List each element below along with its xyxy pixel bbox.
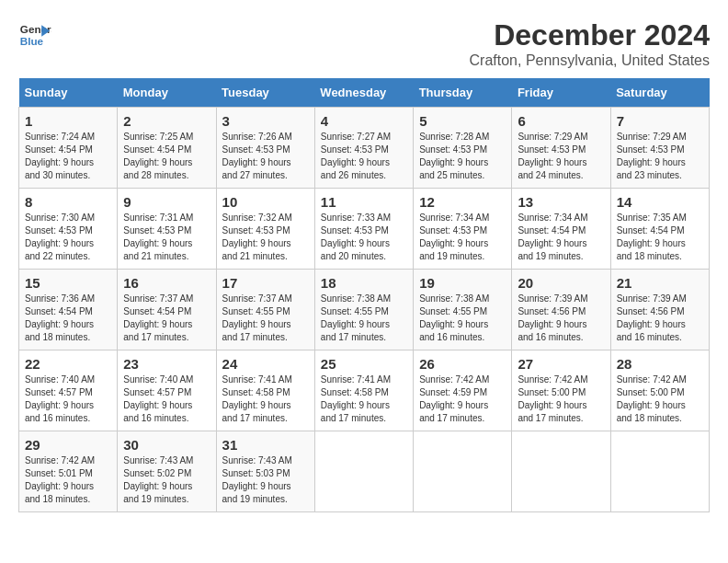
day-number: 13 [518,194,604,210]
calendar-cell: 7 Sunrise: 7:29 AMSunset: 4:53 PMDayligh… [610,108,709,189]
calendar-cell: 19 Sunrise: 7:38 AMSunset: 4:55 PMDaylig… [414,270,512,350]
day-number: 1 [25,113,111,129]
day-number: 4 [321,113,407,129]
day-info: Sunrise: 7:27 AMSunset: 4:53 PMDaylight:… [321,132,391,180]
calendar-cell: 8 Sunrise: 7:30 AMSunset: 4:53 PMDayligh… [19,189,118,270]
weekday-header-thursday: Thursday [414,78,512,108]
calendar-cell [314,431,413,512]
day-number: 15 [25,275,111,291]
calendar-cell: 14 Sunrise: 7:35 AMSunset: 4:54 PMDaylig… [610,189,709,270]
calendar-cell: 22 Sunrise: 7:40 AMSunset: 4:57 PMDaylig… [19,350,118,431]
day-info: Sunrise: 7:37 AMSunset: 4:55 PMDaylight:… [222,293,292,342]
day-info: Sunrise: 7:43 AMSunset: 5:03 PMDaylight:… [222,455,292,504]
day-info: Sunrise: 7:29 AMSunset: 4:53 PMDaylight:… [518,132,587,180]
calendar-cell: 9 Sunrise: 7:31 AMSunset: 4:53 PMDayligh… [118,189,216,270]
day-number: 25 [321,356,407,372]
calendar-cell: 15 Sunrise: 7:36 AMSunset: 4:54 PMDaylig… [19,270,118,350]
calendar-title: December 2024 [470,18,710,52]
header: General Blue December 2024 Crafton, Penn… [18,18,710,69]
day-number: 30 [123,437,210,453]
day-info: Sunrise: 7:38 AMSunset: 4:55 PMDaylight:… [321,293,391,342]
day-info: Sunrise: 7:24 AMSunset: 4:54 PMDaylight:… [25,132,95,180]
calendar-table: SundayMondayTuesdayWednesdayThursdayFrid… [18,78,710,512]
day-number: 17 [222,275,309,291]
day-number: 24 [222,356,309,372]
calendar-cell [414,431,512,512]
day-info: Sunrise: 7:32 AMSunset: 4:53 PMDaylight:… [222,213,292,261]
day-number: 31 [222,437,309,453]
calendar-cell [610,431,709,512]
day-info: Sunrise: 7:40 AMSunset: 4:57 PMDaylight:… [123,374,193,423]
day-info: Sunrise: 7:34 AMSunset: 4:53 PMDaylight:… [419,213,489,261]
day-number: 16 [123,275,210,291]
weekday-header-tuesday: Tuesday [216,78,314,108]
day-info: Sunrise: 7:28 AMSunset: 4:53 PMDaylight:… [419,132,489,180]
calendar-cell: 28 Sunrise: 7:42 AMSunset: 5:00 PMDaylig… [610,350,709,431]
calendar-cell: 21 Sunrise: 7:39 AMSunset: 4:56 PMDaylig… [610,270,709,350]
calendar-cell: 18 Sunrise: 7:38 AMSunset: 4:55 PMDaylig… [314,270,413,350]
day-info: Sunrise: 7:37 AMSunset: 4:54 PMDaylight:… [123,293,193,342]
calendar-cell: 17 Sunrise: 7:37 AMSunset: 4:55 PMDaylig… [216,270,314,350]
day-info: Sunrise: 7:30 AMSunset: 4:53 PMDaylight:… [25,213,95,261]
day-number: 10 [222,194,309,210]
calendar-cell: 11 Sunrise: 7:33 AMSunset: 4:53 PMDaylig… [314,189,413,270]
day-number: 28 [617,356,703,372]
calendar-cell: 1 Sunrise: 7:24 AMSunset: 4:54 PMDayligh… [19,108,118,189]
calendar-cell: 13 Sunrise: 7:34 AMSunset: 4:54 PMDaylig… [512,189,610,270]
weekday-header-monday: Monday [118,78,216,108]
day-info: Sunrise: 7:31 AMSunset: 4:53 PMDaylight:… [123,213,193,261]
day-number: 20 [518,275,604,291]
day-info: Sunrise: 7:33 AMSunset: 4:53 PMDaylight:… [321,213,391,261]
day-info: Sunrise: 7:39 AMSunset: 4:56 PMDaylight:… [617,293,687,342]
day-number: 29 [25,437,111,453]
day-info: Sunrise: 7:41 AMSunset: 4:58 PMDaylight:… [321,374,391,423]
calendar-cell: 24 Sunrise: 7:41 AMSunset: 4:58 PMDaylig… [216,350,314,431]
weekday-header-wednesday: Wednesday [314,78,413,108]
calendar-cell: 30 Sunrise: 7:43 AMSunset: 5:02 PMDaylig… [118,431,216,512]
day-number: 23 [123,356,210,372]
day-info: Sunrise: 7:42 AMSunset: 5:01 PMDaylight:… [25,455,95,504]
logo-icon: General Blue [18,18,51,52]
weekday-header-sunday: Sunday [19,78,118,108]
day-info: Sunrise: 7:36 AMSunset: 4:54 PMDaylight:… [25,293,95,342]
calendar-cell: 23 Sunrise: 7:40 AMSunset: 4:57 PMDaylig… [118,350,216,431]
day-number: 2 [123,113,210,129]
day-info: Sunrise: 7:39 AMSunset: 4:56 PMDaylight:… [518,293,587,342]
day-info: Sunrise: 7:25 AMSunset: 4:54 PMDaylight:… [123,132,193,180]
day-number: 7 [617,113,703,129]
calendar-cell: 3 Sunrise: 7:26 AMSunset: 4:53 PMDayligh… [216,108,314,189]
day-number: 9 [123,194,210,210]
weekday-header-saturday: Saturday [610,78,709,108]
calendar-cell: 27 Sunrise: 7:42 AMSunset: 5:00 PMDaylig… [512,350,610,431]
day-number: 19 [419,275,506,291]
day-number: 6 [518,113,604,129]
day-info: Sunrise: 7:40 AMSunset: 4:57 PMDaylight:… [25,374,95,423]
day-info: Sunrise: 7:41 AMSunset: 4:58 PMDaylight:… [222,374,292,423]
day-info: Sunrise: 7:42 AMSunset: 4:59 PMDaylight:… [419,374,489,423]
day-number: 14 [617,194,703,210]
calendar-cell: 2 Sunrise: 7:25 AMSunset: 4:54 PMDayligh… [118,108,216,189]
logo: General Blue [18,18,51,52]
calendar-cell: 16 Sunrise: 7:37 AMSunset: 4:54 PMDaylig… [118,270,216,350]
calendar-subtitle: Crafton, Pennsylvania, United States [470,52,710,69]
day-number: 5 [419,113,506,129]
day-number: 3 [222,113,309,129]
day-number: 8 [25,194,111,210]
day-info: Sunrise: 7:42 AMSunset: 5:00 PMDaylight:… [617,374,687,423]
day-info: Sunrise: 7:43 AMSunset: 5:02 PMDaylight:… [123,455,193,504]
calendar-cell [512,431,610,512]
calendar-cell: 25 Sunrise: 7:41 AMSunset: 4:58 PMDaylig… [314,350,413,431]
calendar-cell: 31 Sunrise: 7:43 AMSunset: 5:03 PMDaylig… [216,431,314,512]
svg-text:Blue: Blue [20,35,44,47]
calendar-cell: 29 Sunrise: 7:42 AMSunset: 5:01 PMDaylig… [19,431,118,512]
day-info: Sunrise: 7:38 AMSunset: 4:55 PMDaylight:… [419,293,489,342]
calendar-cell: 5 Sunrise: 7:28 AMSunset: 4:53 PMDayligh… [414,108,512,189]
calendar-cell: 12 Sunrise: 7:34 AMSunset: 4:53 PMDaylig… [414,189,512,270]
day-number: 22 [25,356,111,372]
day-number: 27 [518,356,604,372]
day-number: 26 [419,356,506,372]
calendar-cell: 26 Sunrise: 7:42 AMSunset: 4:59 PMDaylig… [414,350,512,431]
calendar-cell: 6 Sunrise: 7:29 AMSunset: 4:53 PMDayligh… [512,108,610,189]
day-number: 11 [321,194,407,210]
day-info: Sunrise: 7:35 AMSunset: 4:54 PMDaylight:… [617,213,687,261]
